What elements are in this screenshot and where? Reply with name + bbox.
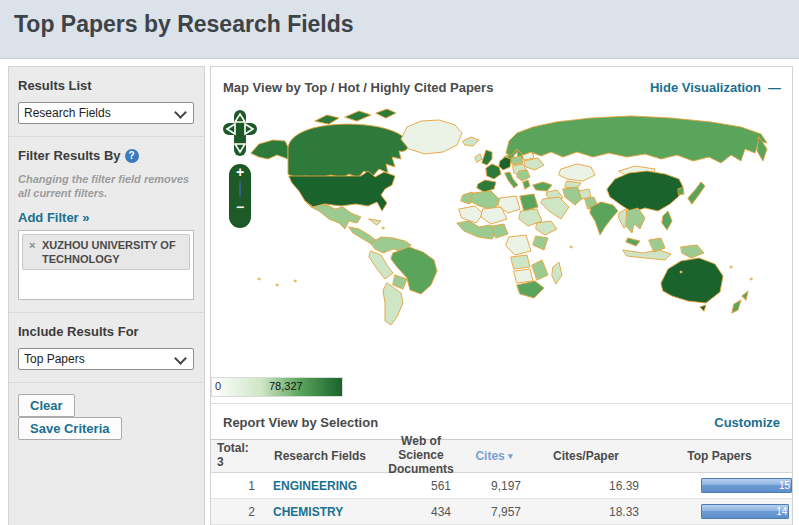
map-color-scale: 0 78,327	[211, 377, 343, 397]
results-list-label: Results List	[18, 78, 194, 93]
filter-list: × XUZHOU UNIVERSITY OF TECHNOLOGY	[18, 230, 194, 300]
world-map[interactable]	[211, 97, 793, 377]
row-rank: 2	[211, 505, 261, 519]
field-link[interactable]: ENGINEERING	[273, 479, 357, 493]
save-criteria-button[interactable]: Save Criteria	[18, 417, 122, 440]
map-container: + − 0 78,327	[211, 97, 792, 397]
results-list-section: Results List Research Fields	[9, 67, 204, 137]
row-documents: 561	[379, 479, 463, 493]
page: { "page": { "title": "Top Papers by Rese…	[0, 0, 799, 525]
total-label: Total:	[217, 442, 255, 456]
include-results-section: Include Results For Top Papers	[9, 313, 204, 383]
row-documents: 434	[379, 505, 463, 519]
map-navigation-controls: + −	[223, 110, 259, 160]
table-row: 2 CHEMISTRY 434 7,957 18.33 14	[211, 499, 792, 525]
row-cites: 9,197	[463, 479, 525, 493]
scale-min-label: 0	[215, 380, 221, 392]
map-regions[interactable]	[251, 109, 767, 325]
column-cites-sorted[interactable]: Cites ▾	[463, 449, 525, 463]
filter-note: Changing the filter field removes all cu…	[18, 172, 194, 201]
zoom-out-button[interactable]: −	[229, 199, 251, 216]
results-list-value: Research Fields	[24, 106, 111, 120]
clear-button[interactable]: Clear	[18, 394, 75, 417]
top-papers-bar: 15	[701, 478, 792, 493]
row-cites-per-paper: 16.39	[525, 479, 647, 493]
total-value: 3	[217, 456, 255, 470]
include-results-value: Top Papers	[24, 352, 85, 366]
content: Results List Research Fields Filter Resu…	[0, 66, 799, 525]
filter-by-label: Filter Results By	[18, 148, 121, 163]
table-header-row: Total: 3 Research Fields Web of Science …	[211, 439, 792, 473]
top-papers-value: 14	[776, 506, 787, 517]
help-icon[interactable]: ?	[125, 149, 139, 163]
column-cites-per-paper[interactable]: Cites/Paper	[525, 449, 647, 463]
column-research-fields[interactable]: Research Fields	[261, 449, 379, 463]
main-panel: Map View by Top / Hot / Highly Cited Pap…	[210, 66, 793, 525]
filter-section: Filter Results By? Changing the filter f…	[9, 137, 204, 313]
sort-down-icon: ▾	[508, 451, 513, 461]
add-filter-link[interactable]: Add Filter »	[18, 210, 90, 225]
page-title: Top Papers by Research Fields	[0, 0, 799, 38]
top-papers-bar: 14	[701, 504, 789, 519]
results-list-select[interactable]: Research Fields	[18, 102, 194, 124]
page-header: Top Papers by Research Fields	[0, 0, 799, 59]
field-link[interactable]: CHEMISTRY	[273, 505, 343, 519]
collapse-icon: —	[768, 80, 780, 95]
pan-control[interactable]	[223, 110, 257, 156]
row-cites-per-paper: 18.33	[525, 505, 647, 519]
chevron-down-icon	[174, 106, 187, 119]
customize-link[interactable]: Customize	[714, 415, 780, 430]
map-header: Map View by Top / Hot / Highly Cited Pap…	[211, 67, 792, 95]
row-rank: 1	[211, 479, 261, 493]
zoom-control: + −	[229, 164, 251, 228]
sidebar-actions: Clear Save Criteria	[9, 383, 204, 452]
include-results-label: Include Results For	[18, 324, 194, 339]
zoom-in-button[interactable]: +	[229, 164, 251, 181]
chevron-down-icon	[174, 352, 187, 365]
report-view-title: Report View by Selection	[223, 415, 378, 430]
row-cites: 7,957	[463, 505, 525, 519]
sidebar: Results List Research Fields Filter Resu…	[8, 66, 205, 525]
table-row: 1 ENGINEERING 561 9,197 16.39 15	[211, 473, 792, 499]
results-table: Total: 3 Research Fields Web of Science …	[211, 439, 792, 525]
top-papers-value: 15	[779, 480, 790, 491]
column-top-papers[interactable]: Top Papers	[647, 449, 792, 463]
remove-filter-icon[interactable]: ×	[29, 238, 35, 252]
scale-max-label: 78,327	[269, 380, 303, 392]
map-view-title: Map View by Top / Hot / Highly Cited Pap…	[223, 80, 493, 95]
globe-icon[interactable]	[239, 180, 241, 199]
column-wos-documents[interactable]: Web of Science Documents	[379, 435, 463, 476]
filter-tag[interactable]: × XUZHOU UNIVERSITY OF TECHNOLOGY	[22, 234, 190, 271]
report-header: Report View by Selection Customize	[211, 404, 792, 439]
hide-visualization-link[interactable]: Hide Visualization—	[650, 80, 780, 95]
filter-tag-label: XUZHOU UNIVERSITY OF TECHNOLOGY	[42, 239, 176, 265]
include-results-select[interactable]: Top Papers	[18, 348, 194, 370]
